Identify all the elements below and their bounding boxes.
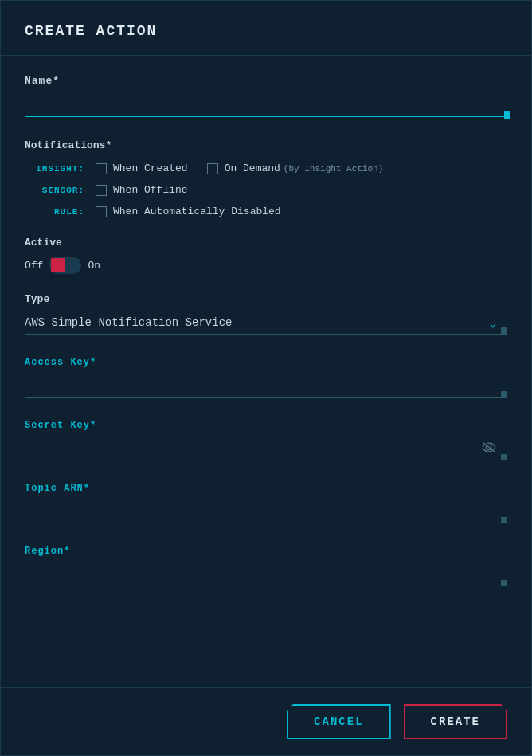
toggle-thumb (51, 258, 65, 272)
dialog-title: CREATE ACTION (25, 23, 507, 39)
access-key-label: Access Key* (25, 357, 507, 368)
dialog-footer: CANCEL CREATE (1, 687, 531, 755)
on-demand-label: On Demand (225, 163, 280, 174)
on-demand-checkbox[interactable] (207, 163, 218, 174)
secret-key-label: Secret Key* (25, 420, 507, 431)
on-demand-note: (by Insight Action) (284, 164, 383, 174)
create-button[interactable]: CREATE (404, 704, 507, 739)
dialog-header: CREATE ACTION (1, 1, 531, 56)
secret-key-field-group: Secret Key* (25, 420, 507, 460)
when-auto-disabled-label: When Automatically Disabled (113, 206, 281, 217)
eye-off-icon[interactable] (482, 441, 496, 456)
notification-row-insight: INSIGHT: When Created On Demand (by Insi… (25, 163, 507, 174)
region-field-group: Region* (25, 546, 507, 586)
when-created-checkbox[interactable] (96, 163, 107, 174)
topic-arn-input[interactable] (25, 500, 507, 523)
when-offline-checkbox-item[interactable]: When Offline (96, 184, 188, 196)
on-demand-checkbox-item[interactable]: On Demand (by Insight Action) (207, 163, 384, 174)
insight-category-label: INSIGHT: (25, 164, 84, 174)
dialog-body: Name* Notifications* INSIGHT: When Creat… (1, 56, 531, 687)
access-key-input[interactable] (25, 374, 507, 398)
notification-row-sensor: SENSOR: When Offline (25, 184, 507, 196)
toggle-track (49, 257, 81, 274)
access-key-field-group: Access Key* (25, 357, 507, 398)
when-created-checkbox-item[interactable]: When Created (96, 163, 188, 174)
toggle-off-label: Off (25, 260, 43, 272)
toggle-on-label: On (88, 260, 100, 272)
region-input[interactable] (25, 563, 507, 586)
when-auto-disabled-checkbox-item[interactable]: When Automatically Disabled (96, 206, 281, 217)
active-toggle[interactable] (49, 257, 81, 274)
notification-row-rule: RULE: When Automatically Disabled (25, 206, 507, 217)
rule-category-label: RULE: (25, 207, 84, 217)
type-value: AWS Simple Notification Service (25, 316, 507, 329)
region-input-wrapper (25, 563, 507, 586)
when-offline-checkbox[interactable] (96, 185, 107, 196)
name-input-wrapper (25, 93, 507, 117)
type-label: Type (25, 293, 507, 305)
name-field-group: Name* (25, 75, 507, 117)
when-auto-disabled-checkbox[interactable] (96, 206, 107, 217)
secret-key-input-wrapper (25, 437, 507, 460)
type-select-wrapper[interactable]: AWS Simple Notification Service ⌄ (25, 311, 507, 335)
access-key-input-wrapper (25, 374, 507, 398)
when-offline-label: When Offline (113, 184, 188, 196)
name-label: Name* (25, 75, 507, 87)
type-section: Type AWS Simple Notification Service ⌄ (25, 293, 507, 335)
chevron-down-icon: ⌄ (490, 316, 496, 330)
topic-arn-label: Topic ARN* (25, 483, 507, 494)
name-input[interactable] (25, 93, 507, 117)
notifications-label: Notifications* (25, 139, 507, 151)
create-action-dialog: CREATE ACTION Name* Notifications* INSIG… (0, 0, 532, 756)
active-section: Active Off On (25, 237, 507, 274)
topic-arn-field-group: Topic ARN* (25, 483, 507, 523)
cancel-button[interactable]: CANCEL (287, 704, 390, 739)
topic-arn-input-wrapper (25, 500, 507, 523)
toggle-wrapper: Off On (25, 257, 507, 274)
sensor-category-label: SENSOR: (25, 186, 84, 195)
region-label: Region* (25, 546, 507, 557)
when-created-label: When Created (113, 163, 188, 174)
secret-key-input[interactable] (25, 437, 507, 460)
notifications-section: Notifications* INSIGHT: When Created On … (25, 139, 507, 217)
active-label: Active (25, 237, 507, 249)
